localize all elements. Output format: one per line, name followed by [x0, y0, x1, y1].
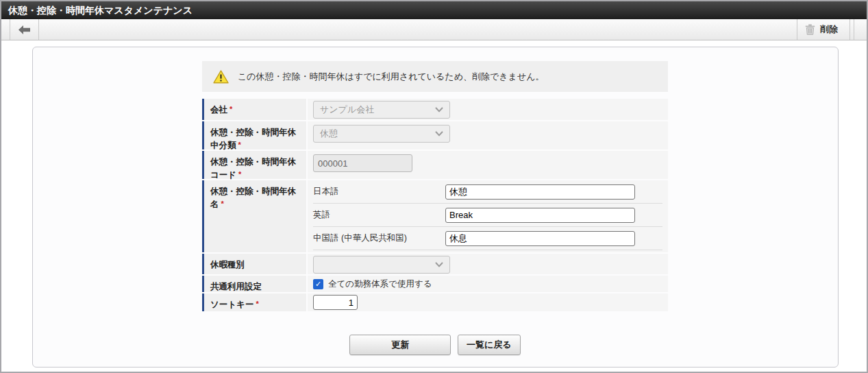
required-mark: *: [238, 170, 241, 178]
name-en-label: 英語: [313, 209, 445, 221]
field-row-leave-type: 休暇種別: [202, 254, 668, 274]
name-subrow-chinese: 中国語 (中華人民共和国): [313, 227, 662, 250]
action-buttons: 更新 一覧に戻る: [202, 335, 668, 355]
form-panel: この休憩・控除・時間年休はすでに利用されているため、削除できません。 会社* サ…: [32, 47, 839, 368]
trash-icon: [805, 24, 815, 35]
field-row-common-use: 共通利用設定 ✓ 全ての勤務体系で使用する: [202, 276, 668, 292]
update-button[interactable]: 更新: [349, 335, 451, 355]
name-en-input[interactable]: [445, 208, 635, 223]
app-window: 休憩・控除・時間年休マスタメンテナンス 削除: [0, 0, 868, 373]
field-row-category: 休憩・控除・時間年休中分類* 休憩: [202, 121, 668, 149]
title-bar: 休憩・控除・時間年休マスタメンテナンス: [1, 1, 867, 19]
company-select: サンプル会社: [313, 101, 450, 119]
back-arrow-icon: [18, 25, 30, 34]
required-mark: *: [230, 105, 232, 113]
name-label: 休憩・控除・時間年休名*: [202, 180, 306, 252]
toolbar: 削除: [1, 19, 867, 40]
field-row-name: 休憩・控除・時間年休名* 日本語 英語: [202, 180, 668, 252]
leave-type-select: [313, 256, 450, 274]
form-column: この休憩・控除・時間年休はすでに利用されているため、削除できません。 会社* サ…: [202, 61, 668, 355]
code-input: [313, 154, 412, 172]
category-select: 休憩: [313, 125, 450, 143]
category-label: 休憩・控除・時間年休中分類*: [202, 121, 306, 149]
required-mark: *: [256, 300, 258, 308]
form-table: 会社* サンプル会社 休: [202, 99, 668, 311]
chevron-down-icon: [435, 107, 443, 112]
code-label: 休憩・控除・時間年休コード*: [202, 151, 306, 179]
field-row-code: 休憩・控除・時間年休コード*: [202, 151, 668, 179]
chevron-down-icon: [435, 131, 443, 136]
leave-type-label: 休暇種別: [202, 254, 306, 274]
common-use-label: 共通利用設定: [202, 276, 306, 292]
toolbar-spacer: [39, 19, 797, 40]
warning-message: この休憩・控除・時間年休はすでに利用されているため、削除できません。: [238, 71, 544, 83]
back-to-list-button[interactable]: 一覧に戻る: [458, 335, 521, 355]
delete-button-label: 削除: [820, 23, 838, 36]
warning-banner: この休憩・控除・時間年休はすでに利用されているため、削除できません。: [202, 61, 668, 92]
required-mark: *: [221, 200, 224, 208]
toolbar-spacer: [854, 19, 867, 40]
name-ja-label: 日本語: [313, 186, 445, 197]
name-subrow-japanese: 日本語: [313, 180, 662, 204]
field-row-sort-key: ソートキー*: [202, 293, 668, 311]
name-zh-input[interactable]: [445, 231, 635, 246]
check-icon: ✓: [315, 280, 321, 289]
company-select-value: サンプル会社: [320, 104, 374, 116]
page-title: 休憩・控除・時間年休マスタメンテナンス: [8, 5, 193, 16]
chevron-down-icon: [435, 262, 443, 267]
field-row-company: 会社* サンプル会社: [202, 99, 668, 120]
required-mark: *: [238, 141, 241, 149]
warning-icon: [213, 70, 229, 84]
company-label: 会社*: [202, 99, 306, 120]
delete-button[interactable]: 削除: [797, 19, 850, 40]
name-subrow-english: 英語: [313, 204, 662, 227]
name-zh-label: 中国語 (中華人民共和国): [313, 232, 445, 244]
all-worksystems-checkbox[interactable]: ✓: [313, 279, 323, 289]
all-worksystems-checkbox-label: 全ての勤務体系で使用する: [328, 278, 432, 290]
sort-key-input[interactable]: [313, 295, 358, 310]
toolbar-spacer: [1, 19, 10, 40]
category-select-value: 休憩: [320, 128, 338, 140]
content-area: この休憩・控除・時間年休はすでに利用されているため、削除できません。 会社* サ…: [1, 40, 867, 368]
sort-key-label: ソートキー*: [202, 293, 306, 311]
name-ja-input[interactable]: [445, 184, 635, 200]
back-button[interactable]: [10, 19, 38, 40]
